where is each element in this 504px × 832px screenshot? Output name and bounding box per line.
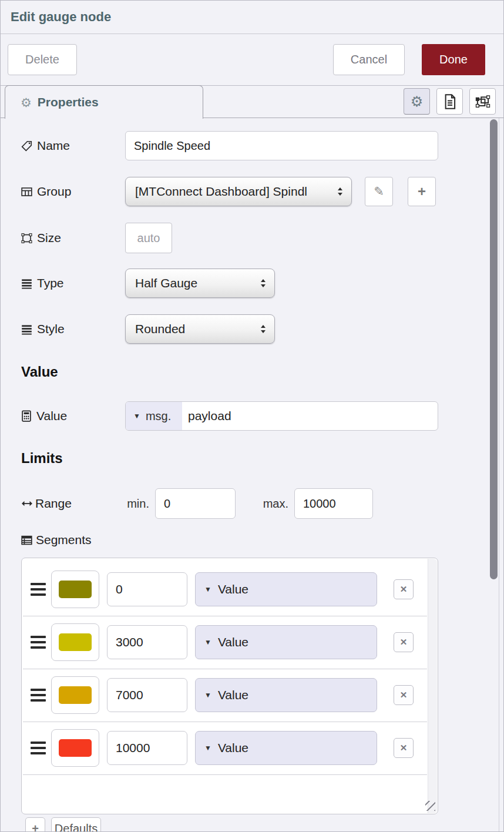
add-group-button[interactable]: + xyxy=(408,177,436,206)
range-row: Range min. max. xyxy=(1,488,499,519)
segment-type-select[interactable]: ▼ Value xyxy=(195,625,377,659)
plus-icon: + xyxy=(418,183,426,200)
remove-segment-button[interactable]: ✕ xyxy=(394,632,414,652)
cancel-button[interactable]: Cancel xyxy=(333,44,405,75)
segment-type-select[interactable]: ▼ Value xyxy=(195,572,377,606)
pencil-icon: ✎ xyxy=(374,184,384,199)
defaults-button[interactable]: Defaults xyxy=(51,817,101,832)
segment-value-input[interactable] xyxy=(107,572,187,606)
chevron-down-icon: ▼ xyxy=(133,412,140,420)
size-row: Size auto xyxy=(1,223,499,253)
type-label-group: Type xyxy=(21,269,64,298)
drag-handle-icon[interactable] xyxy=(31,689,46,702)
drag-handle-icon[interactable] xyxy=(31,636,46,649)
segment-type-label: Value xyxy=(218,635,248,649)
type-row: Type Half Gauge xyxy=(1,269,499,298)
value-label: Value xyxy=(36,409,67,423)
appearance-icon xyxy=(475,93,491,110)
tab-properties-label: Properties xyxy=(38,95,99,109)
segment-color-button[interactable] xyxy=(51,729,99,767)
tag-icon xyxy=(21,140,32,152)
segment-row: ▼ Value ✕ xyxy=(22,669,428,722)
edit-gauge-node-dialog: { "dialog": { "title": "Edit gauge node"… xyxy=(0,0,504,832)
dialog-title: Edit gauge node xyxy=(11,9,111,25)
object-group-icon xyxy=(21,233,32,244)
remove-segment-button[interactable]: ✕ xyxy=(394,738,414,758)
segment-value-input[interactable] xyxy=(107,678,187,712)
resize-handle[interactable] xyxy=(425,801,435,811)
table-list-icon xyxy=(21,535,32,545)
tray-toolbar: Delete Cancel Done xyxy=(1,34,503,86)
appearance-view-button[interactable] xyxy=(469,88,496,115)
gear-icon: ⚙ xyxy=(411,93,424,110)
segment-color-swatch xyxy=(59,581,92,598)
segment-type-select[interactable]: ▼ Value xyxy=(195,731,377,765)
row-divider xyxy=(23,774,427,775)
name-label: Name xyxy=(37,139,70,153)
range-max-label: max. xyxy=(247,488,288,519)
calculator-icon xyxy=(21,410,32,422)
segments-label-group: Segments xyxy=(21,531,92,549)
segment-row: ▼ Value ✕ xyxy=(22,616,428,669)
drag-handle-icon[interactable] xyxy=(31,742,46,754)
group-row: Group [MTConnect Dashboard] Spindl ✎ + xyxy=(1,177,499,206)
range-min-input[interactable] xyxy=(155,488,236,519)
value-row: Value ▼ msg. xyxy=(1,401,499,431)
style-select-value: Rounded xyxy=(135,322,259,336)
remove-segment-button[interactable]: ✕ xyxy=(394,579,414,599)
segment-color-swatch xyxy=(59,633,92,651)
drag-handle-icon[interactable] xyxy=(31,583,46,596)
gear-icon: ⚙ xyxy=(21,96,32,109)
segments-list: ▼ Value ✕ ▼ Value ✕ xyxy=(21,558,438,814)
list-icon xyxy=(21,324,32,335)
type-label: Type xyxy=(37,276,64,290)
select-arrows-icon xyxy=(259,323,267,335)
limits-section-heading: Limits xyxy=(21,450,63,467)
type-select[interactable]: Half Gauge xyxy=(125,269,275,298)
done-button[interactable]: Done xyxy=(422,44,485,75)
value-type-chip[interactable]: ▼ msg. xyxy=(126,402,182,430)
segment-value-input[interactable] xyxy=(107,731,187,765)
value-typed-input: ▼ msg. xyxy=(125,401,438,431)
size-label: Size xyxy=(37,231,61,245)
properties-view-button[interactable]: ⚙ xyxy=(404,88,430,115)
value-label-group: Value xyxy=(21,401,67,431)
chevron-down-icon: ▼ xyxy=(204,638,211,646)
select-arrows-icon xyxy=(259,277,267,289)
tab-bar: ⚙ Properties ⚙ xyxy=(1,85,503,118)
range-max-input[interactable] xyxy=(294,488,373,519)
size-label-group: Size xyxy=(21,223,61,253)
segment-type-select[interactable]: ▼ Value xyxy=(195,678,377,712)
value-property-input[interactable] xyxy=(182,402,438,430)
size-auto-button[interactable]: auto xyxy=(125,223,172,253)
vertical-scrollbar[interactable] xyxy=(490,119,498,579)
close-icon: ✕ xyxy=(400,637,408,648)
segment-color-button[interactable] xyxy=(51,676,99,714)
segment-color-button[interactable] xyxy=(51,571,99,608)
description-view-button[interactable] xyxy=(436,88,463,115)
chevron-down-icon: ▼ xyxy=(204,744,211,752)
range-label: Range xyxy=(35,496,72,511)
segment-value-input[interactable] xyxy=(107,625,187,659)
edit-group-button[interactable]: ✎ xyxy=(365,177,393,206)
segment-color-button[interactable] xyxy=(51,623,99,661)
close-icon: ✕ xyxy=(400,584,408,595)
segments-label: Segments xyxy=(36,533,92,547)
tab-properties[interactable]: ⚙ Properties xyxy=(5,85,203,119)
range-label-group: Range xyxy=(21,488,72,519)
select-arrows-icon xyxy=(336,186,344,197)
segments-scrollbar[interactable] xyxy=(428,559,437,813)
remove-segment-button[interactable]: ✕ xyxy=(394,685,414,705)
segment-color-swatch xyxy=(59,739,92,757)
style-select[interactable]: Rounded xyxy=(125,314,275,344)
close-icon: ✕ xyxy=(400,690,408,700)
style-row: Style Rounded xyxy=(1,314,499,344)
value-section-heading: Value xyxy=(21,364,58,380)
chevron-down-icon: ▼ xyxy=(204,691,211,699)
delete-button[interactable]: Delete xyxy=(8,44,77,75)
group-label: Group xyxy=(37,184,71,199)
group-select[interactable]: [MTConnect Dashboard] Spindl xyxy=(125,177,352,206)
name-input[interactable] xyxy=(125,131,438,160)
add-segment-button[interactable]: + xyxy=(25,817,45,832)
group-select-value: [MTConnect Dashboard] Spindl xyxy=(135,184,336,199)
